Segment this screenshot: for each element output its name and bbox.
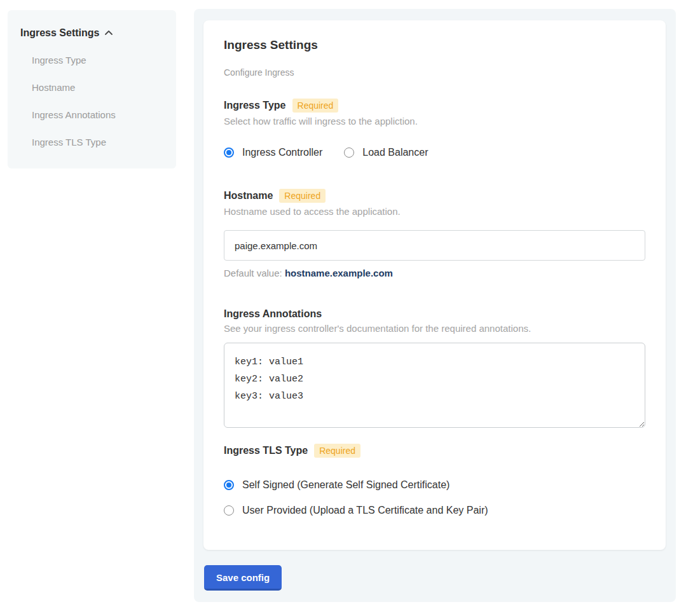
annotations-textarea[interactable]: key1: value1 key2: value2 key3: value3 [224,343,645,428]
radio-label: Load Balancer [362,147,428,158]
hostname-label: Hostname [224,190,273,202]
section-hostname: Hostname Required Hostname used to acces… [224,189,645,278]
sidebar-item-ingress-tls-type[interactable]: Ingress TLS Type [32,137,163,147]
default-value-text: hostname.example.com [285,268,393,278]
radio-option-self-signed[interactable]: Self Signed (Generate Self Signed Certif… [224,479,645,491]
tls-type-label: Ingress TLS Type [224,445,308,456]
config-screen: Ingress Settings Ingress Type Hostname I… [0,0,693,616]
radio-button-icon[interactable] [344,147,354,158]
section-ingress-type: Ingress Type Required Select how traffic… [224,99,645,158]
sidebar-item-ingress-annotations[interactable]: Ingress Annotations [32,109,163,120]
required-badge: Required [279,189,326,203]
hostname-input[interactable] [224,230,645,261]
required-badge: Required [314,444,360,458]
sidebar-group-label: Ingress Settings [20,27,99,39]
radio-label: Ingress Controller [242,147,322,158]
ingress-type-label: Ingress Type [224,100,286,111]
radio-button-icon[interactable] [224,480,234,490]
chevron-up-icon[interactable] [104,29,113,38]
ingress-settings-card: Ingress Settings Configure Ingress Ingre… [203,20,666,550]
radio-option-ingress-controller[interactable]: Ingress Controller [224,147,322,158]
section-ingress-annotations: Ingress Annotations See your ingress con… [224,308,645,430]
card-title: Ingress Settings [224,38,645,52]
radio-option-load-balancer[interactable]: Load Balancer [344,147,428,158]
sidebar-item-ingress-type[interactable]: Ingress Type [32,55,163,65]
sidebar-item-hostname[interactable]: Hostname [32,82,163,93]
radio-label: User Provided (Upload a TLS Certificate … [242,505,488,516]
ingress-type-radio-group: Ingress Controller Load Balancer [224,147,645,158]
sidebar-group-ingress-settings[interactable]: Ingress Settings [20,27,163,39]
radio-button-icon[interactable] [224,505,234,516]
radio-button-icon[interactable] [224,147,234,158]
save-config-button[interactable]: Save config [204,565,282,591]
default-value-prefix: Default value: [224,268,285,278]
hostname-default-line: Default value: hostname.example.com [224,268,645,278]
ingress-type-description: Select how traffic will ingress to the a… [224,116,645,127]
radio-option-user-provided[interactable]: User Provided (Upload a TLS Certificate … [224,505,645,516]
section-ingress-tls-type: Ingress TLS Type Required Self Signed (G… [224,444,645,516]
annotations-label: Ingress Annotations [224,308,322,320]
card-subtitle: Configure Ingress [224,67,645,78]
radio-label: Self Signed (Generate Self Signed Certif… [242,479,449,491]
annotations-description: See your ingress controller's documentat… [224,323,645,334]
hostname-description: Hostname used to access the application. [224,206,645,217]
tls-type-radio-group: Self Signed (Generate Self Signed Certif… [224,479,645,516]
config-nav-sidebar: Ingress Settings Ingress Type Hostname I… [8,10,176,168]
sidebar-item-list: Ingress Type Hostname Ingress Annotation… [20,55,163,147]
config-main-panel: Ingress Settings Configure Ingress Ingre… [194,9,676,602]
required-badge: Required [292,99,339,113]
